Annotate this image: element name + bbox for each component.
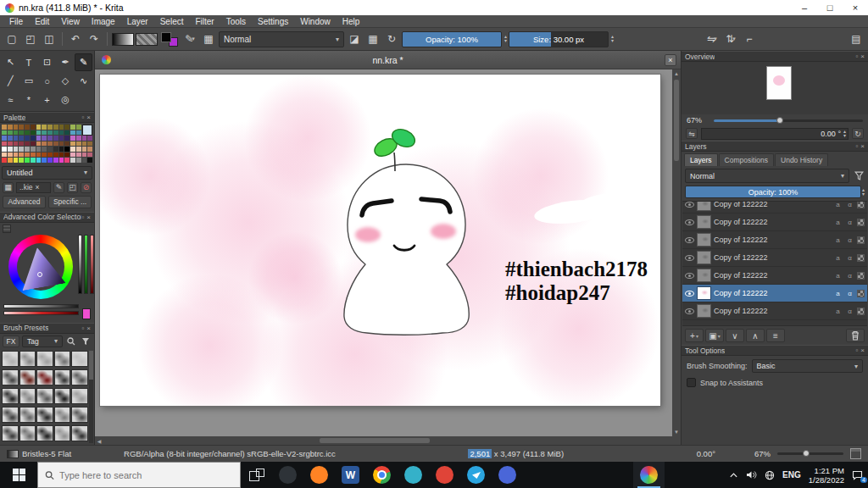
red-bar[interactable]: [90, 235, 94, 294]
menu-item-window[interactable]: Window: [294, 17, 337, 26]
brush-preset-thumbnail[interactable]: [36, 407, 53, 423]
palette-swatch[interactable]: [19, 130, 24, 136]
palette-swatch[interactable]: [64, 147, 70, 152]
edit-brush-settings-button[interactable]: ✎▾: [181, 30, 198, 47]
palette-swatch[interactable]: [14, 147, 19, 152]
palette-swatch[interactable]: [2, 136, 7, 141]
layer-row[interactable]: Copy of 122222aα: [682, 231, 867, 249]
palette-swatch[interactable]: [82, 141, 87, 147]
palette-swatch[interactable]: [70, 130, 75, 136]
menu-item-help[interactable]: Help: [337, 17, 366, 26]
layer-inherit-alpha-icon[interactable]: α: [845, 219, 854, 226]
layer-inherit-alpha-icon[interactable]: α: [845, 254, 854, 262]
palette-swatch[interactable]: [70, 152, 75, 158]
overview-zoom-slider[interactable]: [714, 119, 863, 122]
palette-swatch[interactable]: [70, 147, 75, 152]
palette-swatch[interactable]: [8, 136, 13, 141]
undo-button[interactable]: ↶: [67, 30, 84, 47]
layer-style-icon[interactable]: [857, 308, 865, 315]
layer-visibility-icon[interactable]: [685, 273, 694, 279]
tab-undo-history[interactable]: Undo History: [775, 153, 828, 166]
layer-visibility-icon[interactable]: [685, 237, 694, 243]
layer-alpha-lock-icon[interactable]: a: [833, 201, 843, 208]
engine-filter-button[interactable]: FX: [3, 336, 19, 347]
menu-item-filter[interactable]: Filter: [189, 17, 220, 26]
palette-swatch[interactable]: [19, 136, 24, 141]
palette-swatch[interactable]: [42, 152, 47, 158]
palette-swatch[interactable]: [53, 136, 58, 141]
palette-swatch[interactable]: [14, 158, 19, 163]
palette-swatch[interactable]: [36, 130, 42, 136]
palette-swatch[interactable]: [64, 125, 70, 130]
layer-row[interactable]: Copy of 122222aα: [682, 249, 867, 267]
layer-alpha-lock-icon[interactable]: a: [833, 236, 843, 244]
taskbar-clock[interactable]: 1:21 PM 1/28/2022: [809, 466, 844, 485]
palette-swatch[interactable]: [76, 147, 81, 152]
add-layer-button[interactable]: +▾: [685, 329, 704, 342]
palette-swatch[interactable]: [64, 130, 70, 136]
palette-swatch[interactable]: [25, 130, 30, 136]
layer-properties-button[interactable]: ≡: [766, 329, 785, 342]
palette-swatch[interactable]: [47, 141, 53, 147]
menu-item-settings[interactable]: Settings: [252, 17, 294, 26]
palette-swatch[interactable]: [70, 125, 75, 130]
tray-chevron-icon[interactable]: [729, 472, 738, 479]
duplicate-layer-button[interactable]: ▣▾: [705, 329, 724, 342]
brush-preset-thumbnail[interactable]: [54, 407, 71, 423]
float-docker-icon[interactable]: ▫: [81, 214, 84, 221]
palette-swatch[interactable]: [87, 136, 92, 141]
line-tool[interactable]: ╱: [2, 72, 19, 90]
palette-swatch[interactable]: [70, 136, 75, 141]
palette-swatch[interactable]: [14, 136, 19, 141]
palette-swatch[interactable]: [31, 147, 36, 152]
brush-presets-docker-header[interactable]: Brush Presets ▫×: [0, 323, 94, 334]
opacity-spinner[interactable]: ▴▾: [504, 35, 507, 43]
palette-swatch[interactable]: [19, 152, 24, 158]
palette-swatch[interactable]: [25, 141, 30, 147]
palette-swatch[interactable]: [53, 141, 58, 147]
menu-item-image[interactable]: Image: [86, 17, 121, 26]
layer-opacity-slider[interactable]: Opacity: 100%: [685, 186, 861, 198]
horizontal-scroll-thumb[interactable]: [320, 438, 430, 443]
brush-preset-thumbnail[interactable]: [36, 425, 53, 441]
palette-swatch[interactable]: [82, 147, 87, 152]
palette-swatch[interactable]: [42, 141, 47, 147]
canvas-page[interactable]: #thienbach2178 #hoidap247: [100, 75, 660, 406]
mirror-horizontal-button[interactable]: ⇋▾: [704, 30, 721, 47]
reset-rotation-icon[interactable]: ↻: [852, 128, 864, 139]
menu-item-layer[interactable]: Layer: [121, 17, 154, 26]
transform-tool[interactable]: ↖: [2, 53, 19, 71]
vertical-scroll-thumb[interactable]: [674, 80, 679, 161]
palette-swatch[interactable]: [31, 158, 36, 163]
polygon-tool[interactable]: ◇: [57, 72, 75, 90]
palette-swatch[interactable]: [42, 147, 47, 152]
document-close-button[interactable]: ×: [665, 54, 676, 66]
close-docker-icon[interactable]: ×: [86, 324, 91, 332]
opacity-slider[interactable]: Opacity: 100%: [402, 31, 502, 47]
palette-swatch[interactable]: [70, 158, 75, 163]
palette-docker-header[interactable]: Palette ▫×: [0, 112, 94, 123]
palette-swatch[interactable]: [2, 152, 7, 158]
palette-current-color[interactable]: [82, 125, 92, 136]
menu-item-edit[interactable]: Edit: [29, 17, 55, 26]
palette-swatch[interactable]: [82, 152, 87, 158]
palette-swatch[interactable]: [14, 130, 19, 136]
start-button[interactable]: [0, 462, 37, 488]
blue-app-icon[interactable]: [492, 462, 523, 488]
gray-shade-strip[interactable]: [3, 304, 79, 308]
text-tool[interactable]: T: [20, 53, 38, 71]
layer-row[interactable]: Copy of 122222aα: [682, 214, 867, 231]
palette-folder-icon[interactable]: ◰: [67, 182, 78, 193]
minimize-button[interactable]: –: [792, 0, 817, 15]
brush-preset-thumbnail[interactable]: [19, 407, 36, 423]
palette-swatch[interactable]: [47, 130, 53, 136]
palette-swatch[interactable]: [19, 125, 24, 130]
selector-settings-icon[interactable]: [3, 225, 11, 233]
polyline-tool[interactable]: ∿: [75, 72, 92, 90]
layer-visibility-icon[interactable]: [685, 202, 694, 208]
layer-row[interactable]: Copy of 122222aα: [682, 302, 867, 320]
layer-visibility-icon[interactable]: [685, 219, 694, 225]
layer-alpha-lock-icon[interactable]: a: [833, 272, 843, 280]
palette-remove-icon[interactable]: ⊘: [81, 182, 92, 193]
dynamic-brush-tool[interactable]: ≈: [2, 91, 19, 108]
